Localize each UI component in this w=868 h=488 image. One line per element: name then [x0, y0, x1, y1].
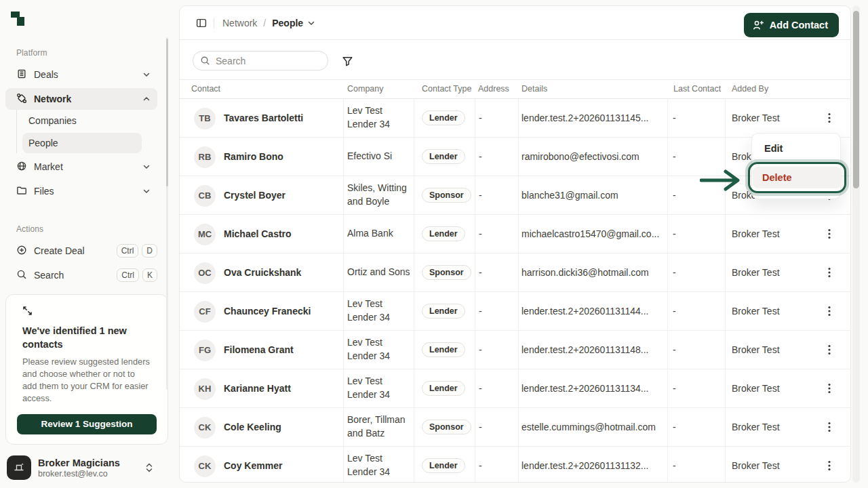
details: estelle.cummings@hotmail.com [521, 408, 663, 446]
contact-type-badge: Lender [422, 110, 465, 125]
sidebar-item-deals[interactable]: Deals [5, 64, 157, 85]
contact-name: Coy Kemmer [224, 447, 282, 483]
sidebar-toggle-icon[interactable] [196, 18, 207, 28]
sidebar-item-companies[interactable]: Companies [22, 110, 142, 131]
sidebar-item-network[interactable]: Network [5, 88, 157, 110]
table-row[interactable]: OC Ova Cruickshank Ortiz and Sons Sponso… [180, 253, 850, 292]
search-input[interactable] [216, 56, 317, 66]
table-row[interactable]: KH Karianne Hyatt Lev Test Lender 34 Len… [180, 369, 850, 408]
added-by: Broker Test [732, 331, 780, 369]
company: Ortiz and Sons [347, 253, 413, 291]
contact-type-badge: Sponsor [422, 265, 471, 280]
details: harrison.dicki36@hotmail.com [521, 253, 663, 291]
action-label: Create Deal [34, 245, 85, 256]
address: - [479, 215, 482, 253]
column-header-contact: Contact [191, 84, 220, 94]
breadcrumb-page-dropdown[interactable]: People [272, 18, 315, 28]
platform-section-label: Platform [16, 48, 47, 58]
chevron-down-icon [142, 187, 151, 195]
address: - [479, 99, 482, 137]
added-by: Broker Test [732, 215, 780, 253]
person-plus-icon [753, 20, 764, 31]
avatar: CB [194, 185, 216, 207]
main-scrollbar[interactable] [853, 11, 859, 188]
avatar: KH [194, 378, 216, 400]
breadcrumb-network-link[interactable]: Network [222, 18, 257, 28]
row-menu-button[interactable] [821, 99, 837, 137]
address: - [479, 292, 482, 330]
avatar: TB [194, 108, 216, 129]
row-menu-button[interactable] [821, 253, 837, 291]
row-menu-button[interactable] [821, 292, 837, 330]
last-contact: - [673, 331, 676, 369]
column-header-contact-type: Contact Type [422, 84, 471, 94]
menu-item-edit[interactable]: Edit [756, 138, 836, 159]
contact-name: Ramiro Bono [224, 138, 283, 176]
table-row[interactable]: TB Tavares Bartoletti Lev Test Lender 34… [180, 99, 850, 138]
column-header-last-contact: Last Contact [673, 84, 721, 94]
sidebar-item-label: Files [34, 186, 54, 197]
contact-type-badge: Lender [422, 342, 465, 357]
account-avatar [7, 455, 31, 480]
table-row[interactable]: FG Filomena Grant Lev Test Lender 34 Len… [180, 331, 850, 369]
table-row[interactable]: CK Coy Kemmer Lev Test Lender 34 Lender … [180, 447, 850, 483]
network-icon [16, 93, 27, 106]
last-contact: - [673, 253, 676, 291]
create-deal-action[interactable]: Create Deal Ctrl D [5, 240, 168, 262]
row-menu-button[interactable] [821, 447, 837, 483]
contact-type-badge: Lender [422, 381, 465, 396]
row-menu-button[interactable] [821, 408, 837, 446]
toolbar [180, 40, 850, 80]
account-name: Broker Magicians [38, 458, 120, 468]
avatar: OC [194, 262, 216, 284]
address: - [479, 176, 482, 214]
column-header-details: Details [521, 84, 547, 94]
search-action[interactable]: Search Ctrl K [5, 264, 168, 286]
suggestions-title: We've identified 1 new contacts [22, 324, 144, 351]
column-header-added-by: Added By [732, 84, 768, 94]
filter-button[interactable] [337, 51, 357, 71]
account-switcher[interactable]: Broker Magicians broker.test@lev.co [5, 453, 168, 483]
folder-icon [16, 185, 27, 198]
row-menu-button[interactable] [821, 215, 837, 253]
company: Lev Test Lender 34 [347, 369, 413, 407]
chevron-up-icon [142, 95, 151, 103]
kbd-ctrl: Ctrl [117, 244, 139, 258]
added-by: Broker Test [732, 447, 780, 483]
add-contact-button[interactable]: Add Contact [744, 13, 839, 37]
avatar: CK [194, 417, 216, 439]
funnel-icon [342, 56, 353, 67]
contact-type-badge: Sponsor [422, 188, 471, 203]
last-contact: - [673, 408, 676, 446]
last-contact: - [673, 292, 676, 330]
menu-item-delete[interactable]: Delete [753, 167, 842, 188]
address: - [479, 253, 482, 291]
sidebar-item-market[interactable]: Market [5, 156, 157, 178]
kbd-k: K [142, 268, 157, 282]
account-email: broker.test@lev.co [38, 469, 120, 479]
table-row[interactable]: CF Chauncey Franecki Lev Test Lender 34 … [180, 292, 850, 331]
chevron-down-icon [142, 70, 151, 79]
column-header-company: Company [347, 84, 384, 94]
avatar: CK [194, 455, 216, 477]
review-suggestion-button[interactable]: Review 1 Suggestion [17, 414, 157, 434]
sidebar-item-label: Companies [28, 115, 77, 126]
table-row[interactable]: CK Cole Keeling Borer, Tillman and Batz … [180, 408, 850, 447]
avatar: MC [194, 224, 216, 245]
address: - [479, 331, 482, 369]
chevron-down-icon [307, 19, 315, 27]
lev-logo [9, 11, 26, 27]
sidebar-scrollbar[interactable] [166, 39, 168, 186]
globe-icon [16, 161, 27, 174]
company: Alma Bank [347, 215, 413, 253]
row-menu-button[interactable] [821, 331, 837, 369]
sidebar-item-files[interactable]: Files [5, 180, 157, 202]
company: Efectivo Si [347, 138, 413, 176]
sidebar-item-people[interactable]: People [22, 133, 142, 153]
address: - [479, 138, 482, 176]
row-menu-button[interactable] [821, 369, 837, 407]
table-row[interactable]: MC Michael Castro Alma Bank Lender - mic… [180, 215, 850, 253]
last-contact: - [673, 138, 676, 176]
sidebar-item-label: Market [34, 161, 63, 172]
contact-name: Chauncey Franecki [224, 292, 311, 330]
